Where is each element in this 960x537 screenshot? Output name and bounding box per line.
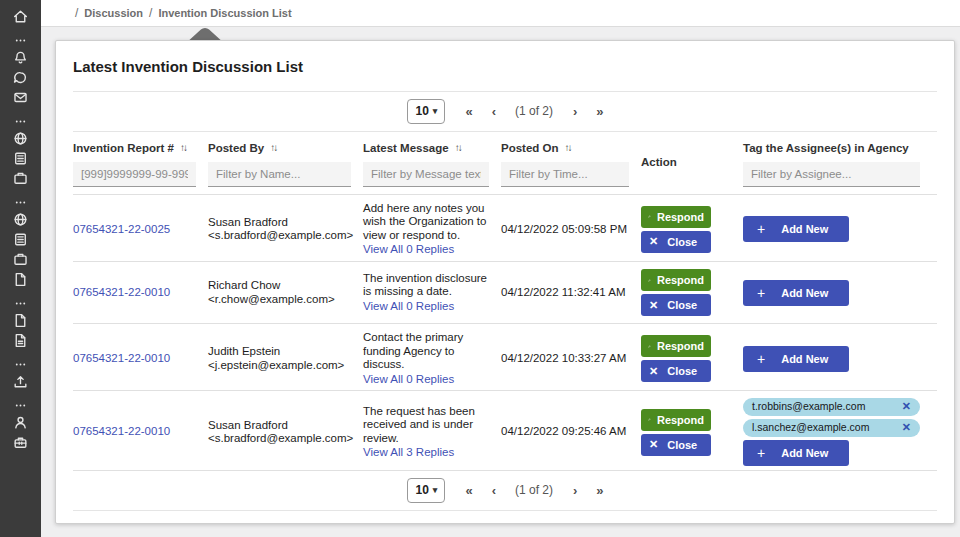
- posted-by-email: <j.epstein@example.com>: [208, 359, 351, 373]
- sort-icon[interactable]: ↑↓: [455, 142, 461, 153]
- posted-on-cell: 04/12/2022 09:25:46 AM: [501, 425, 641, 439]
- prev-page-button[interactable]: ‹: [492, 483, 495, 498]
- page-status: (1 of 2): [515, 483, 553, 497]
- name-filter-input[interactable]: [208, 162, 351, 187]
- plus-icon: +: [757, 445, 765, 461]
- time-filter-input[interactable]: [501, 162, 629, 187]
- file-lines-icon[interactable]: [12, 331, 30, 349]
- close-button[interactable]: ✕Close: [641, 434, 711, 456]
- first-page-button[interactable]: «: [465, 483, 471, 498]
- view-replies-link[interactable]: View All 3 Replies: [363, 446, 454, 460]
- column-label: Invention Report #: [73, 142, 174, 154]
- add-new-button[interactable]: +Add New: [743, 440, 849, 466]
- card-footer-spacer: [73, 511, 937, 523]
- remove-assignee-icon[interactable]: ✕: [902, 421, 911, 435]
- sort-icon[interactable]: ↑↓: [270, 142, 276, 153]
- posted-by-email: <r.chow@example.com>: [208, 293, 351, 307]
- globe-icon[interactable]: [12, 129, 30, 147]
- assignee-filter-input[interactable]: [743, 162, 920, 187]
- close-x-icon: ✕: [649, 299, 658, 312]
- action-cell: Respond ✕Close: [641, 269, 743, 316]
- close-button[interactable]: ✕Close: [641, 360, 711, 382]
- posted-by-name: Judith Epstein: [208, 345, 351, 359]
- close-button[interactable]: ✕Close: [641, 231, 711, 253]
- document-icon[interactable]: [12, 149, 30, 167]
- close-button[interactable]: ✕Close: [641, 294, 711, 316]
- breadcrumb-item-invention-discussion-list[interactable]: Invention Discussion List: [158, 7, 291, 19]
- plus-icon: +: [757, 351, 765, 367]
- notifications-bell-icon[interactable]: [12, 48, 30, 66]
- page-size-select[interactable]: 10 ▾: [407, 478, 445, 503]
- column-latest-message: Latest Message↑↓: [363, 138, 501, 187]
- last-page-button[interactable]: »: [596, 483, 602, 498]
- view-replies-link[interactable]: View All 0 Replies: [363, 373, 454, 387]
- respond-button[interactable]: Respond: [641, 269, 711, 291]
- add-new-button[interactable]: +Add New: [743, 216, 849, 242]
- latest-message-cell: Contact the primary funding Agency to di…: [363, 331, 501, 386]
- ellipsis-icon: [12, 115, 30, 128]
- table-row: 07654321-22-0025 Susan Bradford <s.bradf…: [73, 195, 937, 262]
- action-cell: Respond ✕Close: [641, 335, 743, 382]
- report-number-link[interactable]: 07654321-22-0025: [73, 223, 170, 235]
- message-text: Add here any notes you wish the Organiza…: [363, 202, 489, 243]
- page-size-value: 10: [415, 483, 428, 497]
- column-invention-report: Invention Report #↑↓: [73, 138, 208, 187]
- globe-icon[interactable]: [12, 210, 30, 228]
- breadcrumb-item-discussion[interactable]: Discussion: [84, 7, 143, 19]
- posted-by-email: <s.bradford@example.com>: [208, 229, 351, 243]
- pagination-top: 10 ▾ « ‹ (1 of 2) › »: [73, 92, 937, 131]
- briefcase-icon[interactable]: [12, 250, 30, 268]
- prev-page-button[interactable]: ‹: [492, 104, 495, 119]
- view-replies-link[interactable]: View All 0 Replies: [363, 300, 454, 314]
- discussion-chat-icon[interactable]: [12, 68, 30, 86]
- report-number-link[interactable]: 07654321-22-0010: [73, 352, 170, 364]
- posted-by-cell: Judith Epstein <j.epstein@example.com>: [208, 345, 363, 372]
- mail-icon[interactable]: [12, 88, 30, 106]
- tag-assignee-cell: +Add New: [743, 280, 939, 306]
- sort-icon[interactable]: ↑↓: [565, 142, 571, 153]
- respond-button[interactable]: Respond: [641, 206, 711, 228]
- last-page-button[interactable]: »: [596, 104, 602, 119]
- home-icon[interactable]: [12, 7, 30, 25]
- column-label: Action: [641, 156, 677, 168]
- respond-button[interactable]: Respond: [641, 335, 711, 357]
- plus-icon: +: [757, 221, 765, 237]
- upload-icon[interactable]: [12, 372, 30, 390]
- latest-message-cell: Add here any notes you wish the Organiza…: [363, 202, 501, 257]
- breadcrumb-home-icon[interactable]: [55, 6, 69, 20]
- respond-button[interactable]: Respond: [641, 409, 711, 431]
- file-icon[interactable]: [12, 311, 30, 329]
- next-page-button[interactable]: ›: [573, 483, 576, 498]
- file-icon[interactable]: [12, 270, 30, 288]
- reply-arrow-icon: [648, 275, 651, 286]
- add-new-button[interactable]: +Add New: [743, 280, 849, 306]
- first-page-button[interactable]: «: [465, 104, 471, 119]
- sidebar: [0, 0, 41, 537]
- briefcase-icon[interactable]: [12, 169, 30, 187]
- plus-icon: +: [757, 285, 765, 301]
- add-new-button[interactable]: +Add New: [743, 346, 849, 372]
- person-icon[interactable]: [12, 413, 30, 431]
- table-row: 07654321-22-0010 Susan Bradford <s.bradf…: [73, 391, 937, 471]
- table-row: 07654321-22-0010 Richard Chow <r.chow@ex…: [73, 262, 937, 324]
- view-replies-link[interactable]: View All 0 Replies: [363, 243, 454, 257]
- ellipsis-icon: [12, 297, 30, 310]
- breadcrumb-separator: /: [149, 6, 152, 20]
- toolbox-icon[interactable]: [12, 433, 30, 451]
- report-number-link[interactable]: 07654321-22-0010: [73, 425, 170, 437]
- next-page-button[interactable]: ›: [573, 104, 576, 119]
- column-action: Action: [641, 138, 743, 187]
- posted-by-name: Susan Bradford: [208, 216, 351, 230]
- assignee-chip-label: t.robbins@example.com: [752, 400, 865, 414]
- assignee-chip-label: l.sanchez@example.com: [752, 421, 869, 435]
- assignee-chip: t.robbins@example.com ✕: [743, 398, 920, 416]
- sort-icon[interactable]: ↑↓: [180, 142, 186, 153]
- tag-assignee-cell: +Add New: [743, 216, 939, 242]
- page-size-select[interactable]: 10 ▾: [407, 99, 445, 124]
- report-filter-input[interactable]: [73, 162, 196, 187]
- power-logout-icon[interactable]: [929, 5, 946, 22]
- report-number-link[interactable]: 07654321-22-0010: [73, 286, 170, 298]
- remove-assignee-icon[interactable]: ✕: [902, 400, 911, 414]
- message-filter-input[interactable]: [363, 162, 489, 187]
- document-icon[interactable]: [12, 230, 30, 248]
